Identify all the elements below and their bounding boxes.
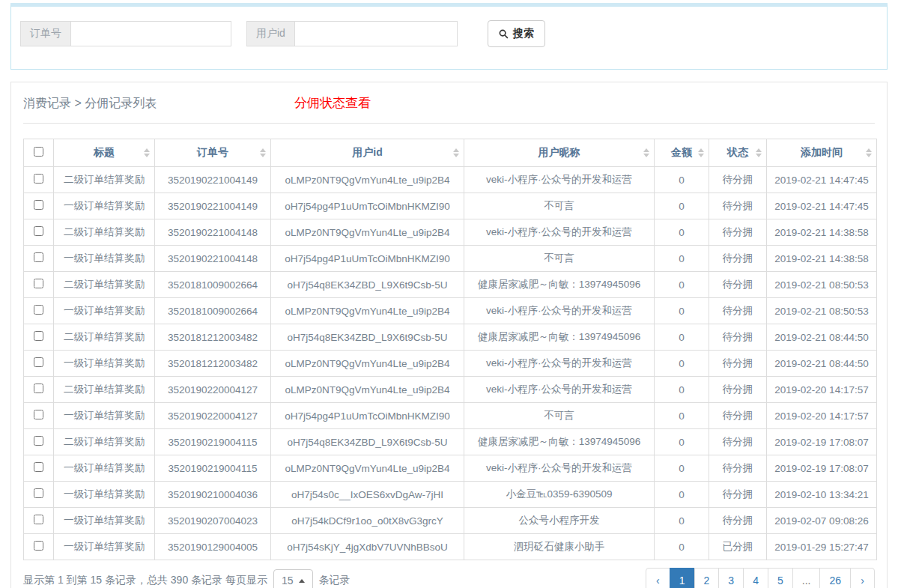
row-checkbox-cell [24,193,54,219]
row-checkbox[interactable] [34,384,43,393]
page-button-3[interactable]: 3 [718,568,744,588]
cell-title: 一级订单结算奖励 [54,455,155,482]
cell-amount: 0 [655,272,709,298]
cell-amount: 0 [655,298,709,324]
row-checkbox[interactable] [34,462,43,472]
cell-amount: 0 [655,219,709,246]
row-checkbox[interactable] [34,436,43,446]
cell-status: 待分拥 [709,324,767,351]
cell-amount: 0 [655,193,709,219]
cell-nickname: veki-小程序·公众号的开发和运营 [464,167,655,193]
table-body: 二级订单结算奖励3520190221004149oLMPz0NT9QgVmYun… [24,167,877,560]
row-checkbox[interactable] [34,541,43,551]
table-row: 一级订单结算奖励3520190129004005oH7j54sKjY_4jgXd… [24,534,877,560]
row-checkbox[interactable] [34,357,43,367]
records-table: 标题 订单号 用户id 用户昵称 [23,139,877,560]
cell-amount: 0 [655,324,709,351]
cell-status: 待分拥 [709,219,767,246]
row-checkbox[interactable] [34,174,43,184]
table-row: 二级订单结算奖励3520181009002664oH7j54q8EK34ZBD_… [24,272,877,298]
row-checkbox[interactable] [34,331,43,341]
cell-user-id: oH7j54q8EK34ZBD_L9X6t9Csb-5U [271,429,464,455]
cell-added-time: 2019-02-07 09:08:26 [767,508,877,534]
column-header-user-id[interactable]: 用户id [271,139,464,167]
row-checkbox[interactable] [34,279,43,288]
cell-added-time: 2019-02-21 08:50:53 [767,298,877,324]
page-next-button[interactable]: › [850,568,875,588]
page-button-5[interactable]: 5 [768,568,793,588]
table-row: 一级订单结算奖励3520181009002664oLMPz0NT9QgVmYun… [24,298,877,324]
row-checkbox[interactable] [34,515,43,524]
cell-status: 待分拥 [709,455,767,482]
column-header-status[interactable]: 状态 [709,139,767,167]
page-size-value: 15 [282,575,294,587]
page-button-4[interactable]: 4 [743,568,768,588]
cell-order-no: 3520190221004149 [155,193,271,219]
table-row: 一级订单结算奖励3520190207004023oH7j54kDCf9r1oo_… [24,508,877,534]
row-checkbox-cell [24,246,54,272]
row-checkbox-cell [24,167,54,193]
cell-user-id: oLMPz0NT9QgVmYun4Lte_u9ip2B4 [271,219,464,246]
cell-order-no: 3520190210004036 [155,482,271,508]
row-checkbox-cell [24,377,54,403]
row-checkbox[interactable] [34,488,43,498]
row-checkbox[interactable] [34,200,43,210]
row-checkbox-cell [24,534,54,560]
table-footer: 显示第 1 到第 15 条记录，总共 390 条记录 每页显示 15 条记录 ‹… [23,567,875,588]
row-checkbox[interactable] [34,305,43,315]
row-checkbox-cell [24,272,54,298]
page-prev-button[interactable]: ‹ [646,568,670,588]
column-label: 订单号 [197,146,228,158]
column-header-title[interactable]: 标题 [54,139,155,167]
cell-status: 待分拥 [709,193,767,219]
cell-user-id: oH7j54s0c__IxOES6xvDgAw-7jHI [271,482,464,508]
cell-order-no: 3520190220004127 [155,403,271,429]
summary-suffix: 条记录 [319,574,351,587]
cell-amount: 0 [655,429,709,455]
cell-status: 待分拥 [709,351,767,377]
column-header-amount[interactable]: 金额 [655,139,709,167]
cell-amount: 0 [655,534,709,560]
order-no-label: 订单号 [20,21,70,46]
page: 订单号 用户id 搜索 消费记录 > 分佣记录列表 分佣状态查看 [0,0,898,588]
cell-added-time: 2019-02-21 08:44:50 [767,351,877,377]
row-checkbox[interactable] [34,410,43,419]
user-id-label: 用户id [246,21,294,46]
cell-status: 待分拥 [709,167,767,193]
column-header-added-time[interactable]: 添加时间 [767,139,877,167]
cell-nickname: 不可言 [464,246,655,272]
cell-added-time: 2019-02-21 14:38:58 [767,219,877,246]
select-all-checkbox[interactable] [34,147,43,157]
cell-amount: 0 [655,482,709,508]
cell-amount: 0 [655,455,709,482]
column-header-order-no[interactable]: 订单号 [155,139,271,167]
row-checkbox[interactable] [34,252,43,262]
order-no-input[interactable] [70,21,231,46]
sort-icon [756,148,762,157]
cell-nickname: 不可言 [464,403,655,429]
cell-order-no: 3520190221004148 [155,246,271,272]
page-button-2[interactable]: 2 [694,568,720,588]
page-button-1[interactable]: 1 [670,568,695,588]
cell-added-time: 2019-02-20 14:17:57 [767,403,877,429]
cell-title: 一级订单结算奖励 [54,246,155,272]
table-row: 一级订单结算奖励3520190220004127oH7j54pg4P1uUmTc… [24,403,877,429]
page-size-dropdown[interactable]: 15 [273,569,313,588]
cell-amount: 0 [655,351,709,377]
user-id-input[interactable] [294,21,458,46]
search-button[interactable]: 搜索 [488,20,545,47]
column-header-nickname[interactable]: 用户昵称 [464,139,655,167]
cell-order-no: 3520190221004148 [155,219,271,246]
records-panel: 消费记录 > 分佣记录列表 分佣状态查看 标题 [10,82,888,588]
header-divider [23,123,875,124]
table-row: 一级订单结算奖励3520190219004115oLMPz0NT9QgVmYun… [24,455,877,482]
column-label: 用户id [352,146,382,158]
cell-order-no: 3520181009002664 [155,298,271,324]
cell-status: 待分拥 [709,377,767,403]
page-ellipsis: ... [792,568,821,588]
page-button-26[interactable]: 26 [819,568,851,588]
row-checkbox[interactable] [34,226,43,236]
cell-user-id: oH7j54pg4P1uUmTcOiMbnHKMZI90 [271,403,464,429]
cell-status: 待分拥 [709,246,767,272]
cell-title: 二级订单结算奖励 [54,377,155,403]
